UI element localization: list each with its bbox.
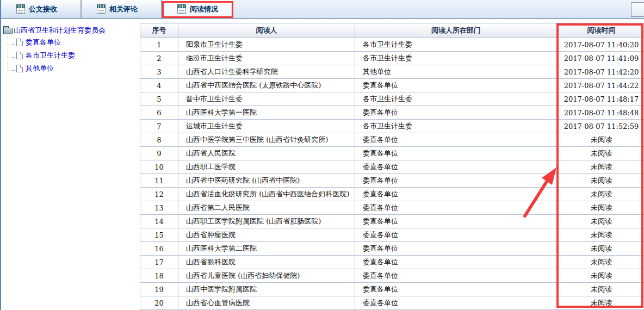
page-icon xyxy=(16,65,23,72)
partial-tab-edge xyxy=(631,2,644,17)
cell-read-time: 未阅读 xyxy=(558,188,644,201)
table-header-row: 序号 阅读人 阅读人所在部门 阅读时间 xyxy=(140,23,644,38)
cell-reader: 阳泉市卫生计生委 xyxy=(178,38,355,52)
cell-department: 各市卫生计生委 xyxy=(355,92,558,106)
cell-read-time: 未阅读 xyxy=(558,215,644,228)
cell-reader: 山西省眼科医院 xyxy=(178,256,355,269)
cell-seq: 3 xyxy=(140,65,178,79)
cell-reader: 山西职工医学院附属医院 (山西省肛肠医院) xyxy=(178,215,355,228)
reading-status-page: 公文接收 相关评论 阅读情况 山西省卫生和计划生育委员会 委直各单位 xyxy=(0,0,644,310)
table-row: 9 山西省人民医院 委直各单位 未阅读 xyxy=(140,147,644,160)
cell-reader: 山西省活血化瘀研究所 (山西省中西医结合妇科医院) xyxy=(178,188,355,201)
tree-item-weizhi-units[interactable]: 委直各单位 xyxy=(3,36,140,49)
cell-read-time: 未阅读 xyxy=(558,228,644,242)
table-row: 17 山西省眼科医院 委直各单位 未阅读 xyxy=(140,256,644,269)
cell-seq: 17 xyxy=(140,256,178,269)
cell-seq: 8 xyxy=(140,133,178,147)
cell-department: 委直各单位 xyxy=(355,133,558,147)
cell-seq: 12 xyxy=(140,188,178,201)
cell-seq: 11 xyxy=(140,174,178,188)
cell-department: 委直各单位 xyxy=(355,296,558,310)
cell-read-time: 未阅读 xyxy=(558,296,644,310)
tree-item-label: 委直各单位 xyxy=(26,38,61,47)
page-icon xyxy=(16,39,23,46)
notepad-icon xyxy=(16,4,25,14)
cell-reader: 山西省儿童医院 (山西省妇幼保健院) xyxy=(178,269,355,283)
tree-root-label: 山西省卫生和计划生育委员会 xyxy=(14,26,106,35)
tree-item-other-units[interactable]: 其他单位 xyxy=(3,62,140,75)
cell-reader: 山西医科大学第二医院 xyxy=(178,242,355,256)
table-row: 7 运城市卫生计生委 各市卫生计生委 2017-08-07 11:52:59 xyxy=(140,120,644,133)
cell-reader: 山西省肿瘤医院 xyxy=(178,228,355,242)
tree-root-commission[interactable]: 山西省卫生和计划生育委员会 xyxy=(3,25,140,36)
cell-reader: 山西医科大学第一医院 xyxy=(178,106,355,120)
cell-seq: 1 xyxy=(140,38,178,52)
cell-read-time: 2017-08-07 11:41:09 xyxy=(558,52,644,65)
cell-read-time: 未阅读 xyxy=(558,269,644,283)
cell-reader: 晋中市卫生计生委 xyxy=(178,92,355,106)
tree-item-city-commissions[interactable]: 各市卫生计生委 xyxy=(3,49,140,62)
tab-related-comments[interactable]: 相关评论 xyxy=(82,0,162,18)
cell-department: 委直各单位 xyxy=(355,228,558,242)
cell-reader: 山西省人民医院 xyxy=(178,147,355,160)
cell-read-time: 未阅读 xyxy=(558,174,644,188)
table-row: 11 山西省中医药研究院 (山西省中医院) 委直各单位 未阅读 xyxy=(140,174,644,188)
table-row: 3 山西省人口计生委科学研究院 其他单位 2017-08-07 11:42:20 xyxy=(140,65,644,79)
tab-bar: 公文接收 相关评论 阅读情况 xyxy=(1,0,644,19)
cell-reader: 山西省第二人民医院 xyxy=(178,201,355,215)
cell-read-time: 未阅读 xyxy=(558,147,644,160)
cell-reader: 山西省人口计生委科学研究院 xyxy=(178,65,355,79)
cell-department: 委直各单位 xyxy=(355,147,558,160)
content-area: 山西省卫生和计划生育委员会 委直各单位 各市卫生计生委 其他单位 xyxy=(1,19,644,309)
tree-item-label: 各市卫生计生委 xyxy=(26,51,75,60)
cell-department: 委直各单位 xyxy=(355,256,558,269)
cell-reader: 山西中医学院附属医院 xyxy=(178,283,355,296)
sidebar-tree: 山西省卫生和计划生育委员会 委直各单位 各市卫生计生委 其他单位 xyxy=(1,19,140,309)
cell-reader: 山西中医学院第三中医院 (山西省针灸研究所) xyxy=(178,133,355,147)
column-header-read-time: 阅读时间 xyxy=(558,23,644,38)
cell-seq: 6 xyxy=(140,106,178,120)
table-body: 1 阳泉市卫生计生委 各市卫生计生委 2017-08-07 11:40:20 2… xyxy=(140,38,644,310)
tab-document-reception[interactable]: 公文接收 xyxy=(1,0,82,18)
cell-department: 委直各单位 xyxy=(355,188,558,201)
cell-read-time: 未阅读 xyxy=(558,256,644,269)
tree-connector xyxy=(8,62,15,71)
table-row: 15 山西省肿瘤医院 委直各单位 未阅读 xyxy=(140,228,644,242)
cell-seq: 9 xyxy=(140,147,178,160)
cell-department: 委直各单位 xyxy=(355,79,558,92)
tree-connector xyxy=(8,36,15,45)
table-row: 12 山西省活血化瘀研究所 (山西省中西医结合妇科医院) 委直各单位 未阅读 xyxy=(140,188,644,201)
cell-read-time: 2017-08-07 11:48:48 xyxy=(558,106,644,120)
cell-department: 委直各单位 xyxy=(355,201,558,215)
table-row: 10 山西职工医学院 委直各单位 未阅读 xyxy=(140,160,644,174)
page-icon xyxy=(16,52,23,59)
table-row: 1 阳泉市卫生计生委 各市卫生计生委 2017-08-07 11:40:20 xyxy=(140,38,644,52)
main-panel: 序号 阅读人 阅读人所在部门 阅读时间 1 阳泉市卫生计生委 各市卫生计生委 2… xyxy=(140,19,644,309)
cell-read-time: 未阅读 xyxy=(558,201,644,215)
cell-department: 委直各单位 xyxy=(355,269,558,283)
cell-reader: 山西省心血管病医院 xyxy=(178,296,355,310)
tree-item-label: 其他单位 xyxy=(26,64,54,73)
tab-label: 相关评论 xyxy=(109,4,138,14)
cell-reader: 运城市卫生计生委 xyxy=(178,120,355,133)
table-row: 5 晋中市卫生计生委 各市卫生计生委 2017-08-07 11:48:17 xyxy=(140,92,644,106)
cell-read-time: 2017-08-07 11:52:59 xyxy=(558,120,644,133)
table-row: 14 山西职工医学院附属医院 (山西省肛肠医院) 委直各单位 未阅读 xyxy=(140,215,644,228)
cell-seq: 10 xyxy=(140,160,178,174)
table-row: 20 山西省心血管病医院 委直各单位 未阅读 xyxy=(140,296,644,310)
cell-seq: 2 xyxy=(140,52,178,65)
tab-reading-status[interactable]: 阅读情况 xyxy=(162,0,231,18)
table-row: 16 山西医科大学第二医院 委直各单位 未阅读 xyxy=(140,242,644,256)
column-header-reader: 阅读人 xyxy=(178,23,355,38)
cell-read-time: 2017-08-07 11:44:22 xyxy=(558,79,644,92)
cell-seq: 18 xyxy=(140,269,178,283)
cell-seq: 20 xyxy=(140,296,178,310)
tabbar-filler xyxy=(231,0,644,18)
cell-reader: 山西职工医学院 xyxy=(178,160,355,174)
cell-department: 委直各单位 xyxy=(355,283,558,296)
cell-read-time: 未阅读 xyxy=(558,133,644,147)
cell-read-time: 2017-08-07 11:40:20 xyxy=(558,38,644,52)
cell-seq: 13 xyxy=(140,201,178,215)
cell-reader: 山西省中西医结合医院 (太原铁路中心医院) xyxy=(178,79,355,92)
cell-seq: 14 xyxy=(140,215,178,228)
